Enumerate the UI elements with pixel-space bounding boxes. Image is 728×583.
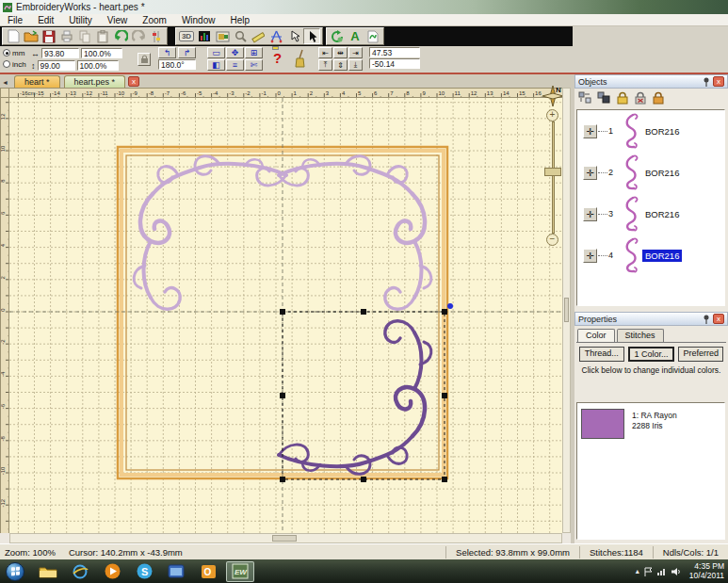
flip-vertical-button[interactable]: ◧ xyxy=(207,59,225,71)
group-objects-icon[interactable] xyxy=(597,91,611,105)
color-adjust-button[interactable] xyxy=(148,28,165,44)
width-input[interactable]: 93.80 xyxy=(41,48,79,58)
object-label[interactable]: BOR216 xyxy=(642,167,682,179)
pin-icon[interactable] xyxy=(703,315,710,324)
open-button[interactable] xyxy=(23,28,40,44)
menu-utility[interactable]: Utility xyxy=(61,15,99,25)
zoom-handle[interactable] xyxy=(544,168,561,176)
title-bar[interactable]: EmbroideryWorks - heart.pes * xyxy=(0,0,728,14)
objects-close-button[interactable]: x xyxy=(713,76,724,87)
pos-y-input[interactable]: -50.14 xyxy=(369,58,420,69)
tab-heart[interactable]: heart * xyxy=(14,75,60,88)
clean-stitches-button[interactable] xyxy=(294,49,307,73)
lettering-button[interactable]: A xyxy=(347,28,364,44)
redo-button[interactable] xyxy=(130,28,147,44)
tab-color[interactable]: Color xyxy=(577,329,615,342)
move-handle-icon[interactable]: ✛ xyxy=(583,207,597,221)
refresh-stitches-button[interactable] xyxy=(329,28,346,44)
center-design-button[interactable]: ✥ xyxy=(226,47,244,58)
menu-file[interactable]: File xyxy=(0,15,30,25)
network-icon[interactable] xyxy=(657,567,667,575)
rotate-cw-button[interactable]: ↱ xyxy=(178,47,196,58)
unit-inch-radio[interactable]: inch xyxy=(3,58,31,70)
taskbar-outlook-button[interactable]: O xyxy=(194,561,222,582)
rotate-ccw-button[interactable]: ↰ xyxy=(158,47,176,58)
properties-close-button[interactable]: x xyxy=(713,314,724,324)
move-handle-icon[interactable]: ✛ xyxy=(583,249,597,263)
thread-button[interactable]: Thread... xyxy=(579,347,624,362)
object-label[interactable]: BOR216 xyxy=(642,125,682,138)
zoom-out-button[interactable]: − xyxy=(546,234,558,246)
measure-tool-button[interactable] xyxy=(250,28,267,44)
unlock-icon[interactable] xyxy=(634,91,647,105)
undo-button[interactable] xyxy=(112,28,129,44)
show-hidden-icons-button[interactable]: ▴ xyxy=(636,567,639,575)
pin-icon[interactable] xyxy=(703,77,710,87)
tab-close-button[interactable]: x xyxy=(128,76,139,87)
menu-help[interactable]: Help xyxy=(222,15,257,25)
align-top-button[interactable]: ⤒ xyxy=(318,59,332,71)
zoom-in-button[interactable]: + xyxy=(546,109,558,121)
menu-window[interactable]: Window xyxy=(174,15,223,25)
design-canvas[interactable]: N + − xyxy=(9,98,562,533)
flourish-top-left[interactable] xyxy=(134,156,286,310)
menu-view[interactable]: View xyxy=(100,15,136,25)
rotation-input[interactable]: 180.0° xyxy=(158,59,196,70)
copy-button[interactable] xyxy=(76,28,93,44)
menu-edit[interactable]: Edit xyxy=(30,15,61,25)
height-input[interactable]: 99.00 xyxy=(38,60,75,71)
move-handle-icon[interactable]: ✛ xyxy=(583,166,597,180)
align-center-h-button[interactable]: ⇹ xyxy=(333,47,348,58)
object-list-item[interactable]: ✛2BOR216 xyxy=(577,152,724,193)
trim-button[interactable]: ✄ xyxy=(245,59,263,71)
start-button[interactable] xyxy=(6,562,24,581)
thread-color-swatch[interactable] xyxy=(581,409,624,439)
taskbar-internet-explorer-button[interactable] xyxy=(66,561,94,582)
selection-box[interactable] xyxy=(280,303,453,482)
taskbar-windows-app-button[interactable] xyxy=(162,561,190,582)
taskbar-media-player-button[interactable] xyxy=(98,561,126,582)
vertical-scrollbar[interactable] xyxy=(562,88,571,533)
lock-all-icon[interactable] xyxy=(616,91,629,105)
tab-stitches[interactable]: Stitches xyxy=(617,329,664,342)
taskbar-clock[interactable]: 4:35 PM 10/4/2011 xyxy=(686,562,724,581)
object-list-item[interactable]: ✛3BOR216 xyxy=(577,193,724,235)
stitch-chart-button[interactable] xyxy=(196,28,213,44)
align-bottom-button[interactable]: ⤓ xyxy=(348,59,363,71)
aspect-lock-button[interactable] xyxy=(138,53,151,66)
taskbar-explorer-button[interactable] xyxy=(34,561,62,582)
new-button[interactable] xyxy=(5,28,22,44)
height-percent-input[interactable]: 100.0% xyxy=(77,60,119,71)
horizontal-scrollbar[interactable] xyxy=(9,533,562,543)
align-left-button[interactable]: ⇤ xyxy=(318,47,332,58)
tab-heart-pes[interactable]: heart.pes * xyxy=(64,75,126,88)
width-percent-input[interactable]: 100.0% xyxy=(81,48,122,58)
zoom-track[interactable] xyxy=(552,121,555,234)
taskbar-embroideryworks-button[interactable]: EW xyxy=(226,561,254,582)
one-color-button[interactable]: 1 Color... xyxy=(628,347,675,362)
design-browser-button[interactable] xyxy=(214,28,231,44)
select-tool-button[interactable] xyxy=(303,28,320,44)
menu-zoom[interactable]: Zoom xyxy=(135,15,174,25)
pos-x-input[interactable]: 47.53 xyxy=(369,47,420,57)
canvas-drawing[interactable] xyxy=(9,98,562,533)
flourish-top-right[interactable] xyxy=(279,156,431,310)
object-label[interactable]: BOR216 xyxy=(642,250,682,262)
tile-button[interactable]: ⊞ xyxy=(245,47,263,58)
symmetry-tool-button[interactable] xyxy=(267,28,284,44)
monogram-button[interactable] xyxy=(364,28,381,44)
preferred-button[interactable]: Preferred xyxy=(678,347,723,362)
action-center-flag-icon[interactable] xyxy=(644,567,653,576)
unit-mm-radio[interactable]: mm xyxy=(3,47,31,58)
flip-horizontal-button[interactable]: ▭ xyxy=(207,47,225,58)
view-3d-button[interactable]: 3D xyxy=(178,28,195,44)
tab-scroll-left-button[interactable]: ◄ xyxy=(0,76,10,88)
rotation-handle[interactable] xyxy=(447,303,453,309)
stitch-lines-button[interactable]: ≡ xyxy=(226,59,244,71)
save-button[interactable] xyxy=(40,28,57,44)
zoom-tool-button[interactable] xyxy=(232,28,249,44)
object-list-item[interactable]: ✛4BOR216 xyxy=(577,235,724,276)
hscroll-thumb[interactable] xyxy=(272,535,297,542)
vscroll-thumb[interactable] xyxy=(564,298,569,322)
object-label[interactable]: BOR216 xyxy=(642,208,682,220)
